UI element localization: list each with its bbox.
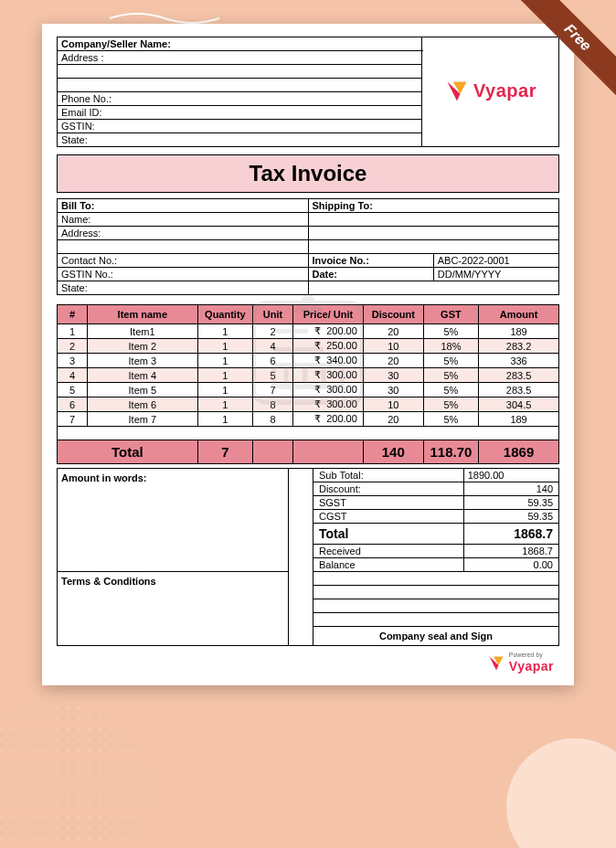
cell-gst: 5% (423, 383, 478, 398)
col-name: Item name (87, 305, 197, 324)
amount-in-words-label: Amount in words: (58, 469, 289, 572)
cell-qty: 1 (197, 398, 252, 412)
vyapar-logo-icon (444, 79, 470, 104)
cell-price: ₹ 300.00 (293, 368, 364, 383)
billship-table: Bill To: Shipping To: Name: Address: Con… (57, 198, 559, 295)
sign-label: Company seal and Sign (313, 627, 558, 646)
cell-name: Item 3 (87, 354, 197, 368)
cell-num: 5 (58, 383, 88, 398)
cell-num: 3 (58, 354, 88, 368)
gstin-label: GSTIN: (58, 120, 422, 133)
cell-price: ₹ 300.00 (293, 398, 364, 412)
cell-discount: 20 (363, 324, 423, 339)
cell-discount: 20 (363, 412, 423, 427)
free-ribbon: Free (506, 0, 616, 110)
table-row: 2Item 214₹ 250.001018%283.2 (58, 339, 559, 354)
received-value: 1868.7 (463, 545, 558, 558)
bg-decor-dots (0, 702, 146, 848)
free-ribbon-label: Free (510, 0, 616, 105)
cell-price: ₹ 250.00 (293, 339, 364, 354)
cell-amount: 283.5 (479, 383, 559, 398)
terms-label: Terms & Conditions (58, 572, 289, 646)
cell-num: 7 (58, 412, 88, 427)
cell-qty: 1 (197, 368, 252, 383)
vyapar-logo-text: Vyapar (509, 659, 554, 673)
cell-gst: 18% (423, 339, 478, 354)
sgst-label: SGST (313, 496, 463, 510)
cell-discount: 30 (363, 368, 423, 383)
summary-table: Amount in words: Sub Total: 1890.00 Disc… (57, 468, 559, 646)
received-label: Received (313, 545, 463, 558)
address-label: Address : (58, 51, 422, 65)
shipto-heading: Shipping To: (308, 199, 559, 213)
cgst-label: CGST (313, 510, 463, 524)
cell-gst: 5% (423, 368, 478, 383)
cell-unit: 4 (253, 339, 293, 354)
cell-qty: 1 (197, 383, 252, 398)
table-row: 6Item 618₹ 300.00105%304.5 (58, 398, 559, 412)
sgst-value: 59.35 (463, 496, 558, 510)
cell-discount: 20 (363, 354, 423, 368)
date-label: Date: (308, 268, 433, 281)
cell-gst: 5% (423, 354, 478, 368)
subtotal-label: Sub Total: (313, 469, 463, 482)
cell-name: Item 5 (87, 383, 197, 398)
cell-price: ₹ 200.00 (293, 412, 364, 427)
cell-unit: 8 (253, 412, 293, 427)
cell-amount: 336 (479, 354, 559, 368)
cell-num: 6 (58, 398, 88, 412)
cell-discount: 10 (363, 398, 423, 412)
cell-num: 2 (58, 339, 88, 354)
total-gst: 118.70 (423, 440, 478, 464)
cell-discount: 10 (363, 339, 423, 354)
cell-amount: 189 (479, 324, 559, 339)
table-row: 5Item 517₹ 300.00305%283.5 (58, 383, 559, 398)
state-label: State: (58, 133, 422, 147)
cell-amount: 283.5 (479, 368, 559, 383)
total-discount: 140 (363, 440, 423, 464)
invoice-title: Tax Invoice (58, 155, 559, 193)
grandtotal-value: 1868.7 (463, 524, 558, 545)
cell-unit: 7 (253, 383, 293, 398)
vyapar-logo-icon (487, 654, 505, 673)
billto-name-label: Name: (58, 213, 309, 227)
items-header-row: # Item name Quantity Unit Price/ Unit Di… (58, 305, 559, 324)
billto-address-label: Address: (58, 227, 309, 240)
email-label: Email ID: (58, 106, 422, 120)
cell-unit: 2 (253, 324, 293, 339)
table-row: 7Item 718₹ 200.00205%189 (58, 412, 559, 427)
items-table: # Item name Quantity Unit Price/ Unit Di… (57, 304, 559, 464)
invoice-no-label: Invoice No.: (308, 254, 433, 268)
cell-price: ₹ 300.00 (293, 383, 364, 398)
col-unit: Unit (253, 305, 293, 324)
cell-name: Item 6 (87, 398, 197, 412)
col-discount: Discount (363, 305, 423, 324)
cell-qty: 1 (197, 412, 252, 427)
cell-amount: 283.2 (479, 339, 559, 354)
totals-row: Total 7 140 118.70 1869 (58, 440, 559, 464)
billto-gstin-label: GSTIN No.: (58, 268, 309, 281)
cell-price: ₹ 340.00 (293, 354, 364, 368)
cell-gst: 5% (423, 324, 478, 339)
cell-amount: 189 (479, 412, 559, 427)
col-num: # (58, 305, 88, 324)
cell-name: Item 4 (87, 368, 197, 383)
cell-gst: 5% (423, 412, 478, 427)
invoice-page: Company/Seller Name: Vyapar Address : Ph… (42, 24, 574, 685)
cell-qty: 1 (197, 354, 252, 368)
title-table: Tax Invoice (57, 154, 559, 193)
col-qty: Quantity (197, 305, 252, 324)
company-name-label: Company/Seller Name: (58, 37, 422, 51)
billto-heading: Bill To: (58, 199, 309, 213)
col-gst: GST (423, 305, 478, 324)
billto-contact-label: Contact No.: (58, 254, 309, 268)
cell-unit: 8 (253, 398, 293, 412)
total-qty: 7 (197, 440, 252, 464)
invoice-no-value: ABC-2022-0001 (433, 254, 558, 268)
date-value: DD/MM/YYYY (433, 268, 558, 281)
vyapar-logo-small: Powered by Vyapar (487, 652, 554, 674)
table-row: 3Item 316₹ 340.00205%336 (58, 354, 559, 368)
col-amount: Amount (479, 305, 559, 324)
cgst-value: 59.35 (463, 510, 558, 524)
cell-discount: 30 (363, 383, 423, 398)
